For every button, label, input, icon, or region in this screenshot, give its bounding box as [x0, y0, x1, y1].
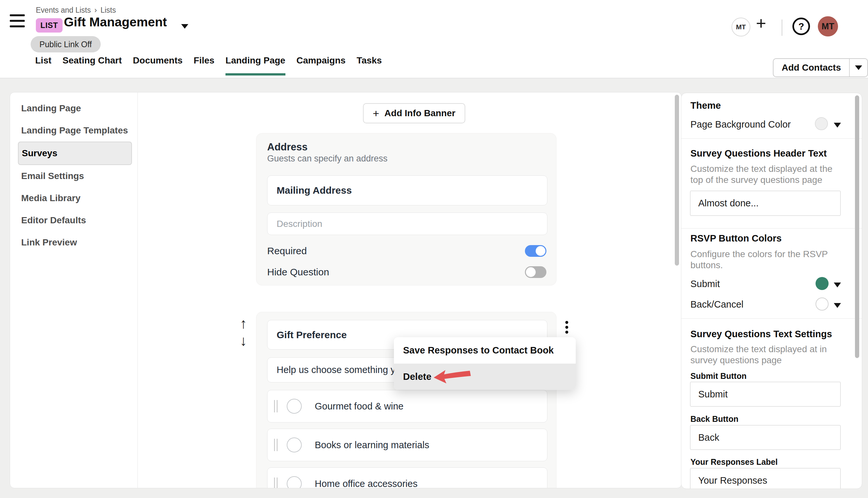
theme-panel: Theme Page Background Color Survey Quest…	[681, 93, 862, 489]
option-row: Home office accessories	[267, 468, 547, 488]
submit-color-swatch[interactable]	[816, 277, 829, 290]
back-cancel-color-swatch[interactable]	[816, 298, 829, 311]
drag-handle-icon[interactable]	[274, 439, 278, 451]
move-question-up-icon[interactable]: ↑	[240, 316, 247, 331]
question-card-subtitle: Guests can specify an address	[267, 154, 387, 164]
section-divider	[681, 228, 862, 228]
tab-files[interactable]: Files	[193, 55, 214, 76]
header-text-input[interactable]	[690, 191, 841, 216]
list-type-badge: LIST	[36, 18, 63, 32]
header-divider	[782, 19, 782, 36]
menu-item-delete[interactable]: Delete	[394, 364, 576, 390]
toggle-knob	[526, 267, 536, 277]
move-question-down-icon[interactable]: ↓	[240, 333, 247, 348]
collaborator-avatar[interactable]: MT	[731, 17, 750, 37]
annotation-arrow-icon	[433, 369, 472, 384]
sidebar-divider	[138, 92, 138, 488]
breadcrumb-separator: ›	[94, 6, 97, 15]
add-contacts-dropdown-button[interactable]	[850, 59, 867, 77]
plus-icon: +	[373, 107, 379, 120]
option-row: Books or learning materials	[267, 429, 547, 461]
question-label: Gift Preference	[277, 329, 347, 340]
question-help-text: Help us choose something yo	[277, 365, 400, 375]
hide-question-toggle[interactable]	[525, 266, 546, 278]
theme-panel-scrollbar[interactable]	[855, 95, 859, 358]
tab-tasks[interactable]: Tasks	[357, 55, 382, 76]
radio-icon[interactable]	[287, 437, 302, 453]
radio-icon[interactable]	[287, 476, 302, 488]
text-settings-description: Customize the text displayed at in surve…	[690, 344, 846, 366]
add-contacts-button[interactable]: Add Contacts	[774, 59, 849, 77]
user-avatar[interactable]: MT	[818, 16, 838, 37]
add-info-banner-label: Add Info Banner	[384, 108, 456, 118]
public-link-status-badge[interactable]: Public Link Off	[30, 36, 101, 52]
your-responses-text-input[interactable]	[690, 468, 841, 489]
submit-button-text-input[interactable]	[690, 382, 841, 407]
help-icon[interactable]: ?	[792, 17, 810, 35]
sidebar-item-landing-page-templates[interactable]: Landing Page Templates	[18, 119, 132, 142]
title-chevron-down-icon[interactable]	[181, 24, 188, 29]
tab-campaigns[interactable]: Campaigns	[296, 55, 346, 76]
rsvp-colors-description: Configure the colors for the RSVP button…	[690, 249, 846, 271]
app-header: Events and Lists › Lists LIST Gift Manag…	[0, 0, 868, 78]
tab-list[interactable]: List	[35, 55, 51, 76]
submit-color-label: Submit	[690, 279, 720, 289]
question-label: Mailing Address	[277, 185, 352, 196]
add-contacts-split-button: Add Contacts	[773, 58, 868, 77]
option-label: Books or learning materials	[315, 440, 429, 450]
submit-button-label: Submit Button	[690, 371, 746, 381]
required-toggle[interactable]	[525, 245, 546, 257]
tab-bar: List Seating Chart Documents Files Landi…	[35, 55, 382, 76]
sidebar-item-link-preview[interactable]: Link Preview	[18, 232, 132, 253]
hamburger-menu-icon[interactable]	[10, 14, 25, 27]
page-background-color-label: Page Background Color	[690, 119, 791, 130]
option-row: Gourmet food & wine	[267, 390, 547, 422]
question-context-menu: Save Responses to Contact Book Delete	[394, 337, 576, 390]
toggle-knob	[536, 246, 546, 256]
chevron-down-icon	[855, 65, 862, 70]
page-title: Gift Management	[64, 15, 167, 29]
tab-seating-chart[interactable]: Seating Chart	[63, 55, 122, 76]
section-divider	[681, 138, 862, 139]
landing-page-sidebar: Landing Page Landing Page Templates Surv…	[10, 97, 138, 253]
hide-question-label: Hide Question	[267, 266, 329, 278]
app-root: Events and Lists › Lists LIST Gift Manag…	[0, 0, 868, 498]
sidebar-item-surveys[interactable]: Surveys	[18, 142, 132, 165]
drag-handle-icon[interactable]	[274, 477, 278, 488]
theme-section-title: Theme	[690, 100, 721, 111]
tab-documents[interactable]: Documents	[133, 55, 182, 76]
address-question-card: Address Guests can specify an address Ma…	[256, 133, 557, 286]
sidebar-item-landing-page[interactable]: Landing Page	[18, 97, 132, 119]
page-background-color-swatch[interactable]	[815, 117, 828, 130]
back-cancel-color-dropdown-icon[interactable]	[834, 303, 841, 308]
back-button-label: Back Button	[690, 414, 738, 424]
breadcrumb: Events and Lists › Lists	[36, 6, 116, 15]
breadcrumb-lists[interactable]: Lists	[100, 6, 116, 15]
required-label: Required	[267, 246, 307, 257]
breadcrumb-events-and-lists[interactable]: Events and Lists	[36, 6, 91, 15]
radio-icon[interactable]	[287, 399, 302, 414]
sidebar-item-media-library[interactable]: Media Library	[18, 187, 132, 209]
add-collaborator-icon[interactable]: +	[756, 14, 766, 32]
menu-item-save-responses[interactable]: Save Responses to Contact Book	[394, 337, 576, 364]
rsvp-colors-section-title: RSVP Button Colors	[690, 233, 782, 244]
sidebar-item-email-settings[interactable]: Email Settings	[18, 165, 132, 187]
add-info-banner-button[interactable]: + Add Info Banner	[363, 103, 465, 123]
question-card-title: Address	[267, 141, 308, 153]
your-responses-label: Your Responses Label	[690, 457, 778, 467]
sidebar-item-editor-defaults[interactable]: Editor Defaults	[18, 209, 132, 232]
drag-handle-icon[interactable]	[274, 400, 278, 412]
main-panel: Landing Page Landing Page Templates Surv…	[10, 92, 681, 488]
tab-landing-page[interactable]: Landing Page	[226, 55, 285, 76]
header-text-description: Customize the text displayed at the top …	[690, 163, 846, 185]
submit-color-dropdown-icon[interactable]	[834, 283, 841, 287]
question-label-box[interactable]: Mailing Address	[267, 175, 547, 205]
main-scrollbar[interactable]	[675, 95, 679, 266]
header-text-section-title: Survey Questions Header Text	[690, 148, 827, 159]
section-divider	[681, 318, 862, 319]
back-cancel-color-label: Back/Cancel	[690, 299, 743, 310]
back-button-text-input[interactable]	[690, 425, 841, 450]
page-background-color-dropdown-icon[interactable]	[834, 123, 841, 128]
question-kebab-menu-icon[interactable]	[564, 320, 570, 335]
description-input[interactable]	[267, 212, 547, 235]
